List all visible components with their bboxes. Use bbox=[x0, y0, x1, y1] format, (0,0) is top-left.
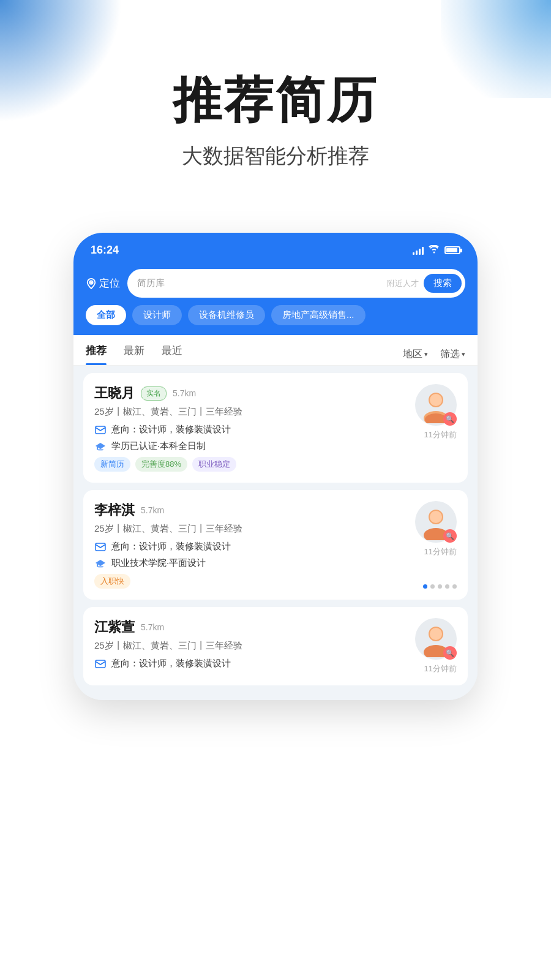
svg-point-1 bbox=[90, 281, 92, 284]
tag-stable-0: 职业稳定 bbox=[192, 457, 236, 472]
avatar-wrap-2: 🔍 bbox=[415, 618, 457, 660]
tab-recent[interactable]: 最近 bbox=[162, 344, 182, 365]
card-top-0: 王晓月 实名 5.7km 25岁丨椒江、黄岩、三门丨三年经验 意向：设计师，装修… bbox=[94, 384, 457, 472]
candidate-name-0: 王晓月 bbox=[94, 384, 135, 402]
filter-screen[interactable]: 筛选 ▾ bbox=[440, 348, 465, 361]
hat-icon-0 bbox=[94, 442, 107, 451]
signal-icon bbox=[413, 246, 424, 255]
location-button[interactable]: 定位 bbox=[86, 276, 120, 290]
search-bar[interactable]: 简历库 附近人才 搜索 bbox=[127, 269, 465, 298]
distance-1: 5.7km bbox=[141, 505, 164, 515]
card-tags-0: 新简历 完善度88% 职业稳定 bbox=[94, 457, 415, 472]
intention-row-2: 意向：设计师，装修装潢设计 bbox=[94, 658, 415, 669]
svg-point-4 bbox=[97, 448, 103, 450]
card-name-row-2: 江紫萱 5.7km bbox=[94, 618, 415, 636]
hero-section: 推荐简历 大数据智能分析推荐 bbox=[0, 0, 551, 170]
candidate-card-1[interactable]: 李梓淇 5.7km 25岁丨椒江、黄岩、三门丨三年经验 意向：设计师，装修装潢设… bbox=[83, 490, 468, 600]
card-left-0: 王晓月 实名 5.7km 25岁丨椒江、黄岩、三门丨三年经验 意向：设计师，装修… bbox=[94, 384, 415, 472]
filter-tag-1[interactable]: 设计师 bbox=[132, 305, 182, 325]
tag-fast-1: 入职快 bbox=[94, 574, 130, 589]
education-row-0: 学历已认证·本科全日制 bbox=[94, 440, 415, 452]
card-name-row-0: 王晓月 实名 5.7km bbox=[94, 384, 415, 402]
location-label: 定位 bbox=[99, 276, 120, 290]
card-left-1: 李梓淇 5.7km 25岁丨椒江、黄岩、三门丨三年经验 意向：设计师，装修装潢设… bbox=[94, 501, 415, 589]
card-info-0: 25岁丨椒江、黄岩、三门丨三年经验 bbox=[94, 406, 415, 418]
card-time-2: 11分钟前 bbox=[424, 663, 457, 674]
tab-bar: 推荐 最新 最近 地区 ▾ 筛选 ▾ bbox=[73, 335, 478, 366]
hat-icon-1 bbox=[94, 559, 107, 568]
wifi-icon bbox=[429, 245, 440, 255]
svg-rect-9 bbox=[96, 543, 105, 551]
avatar-wrap-0: 🔍 bbox=[415, 384, 457, 426]
card-time-0: 11分钟前 bbox=[424, 429, 457, 440]
avatar-badge-1: 🔍 bbox=[443, 529, 457, 543]
intention-text-2: 意向：设计师，装修装潢设计 bbox=[111, 658, 231, 669]
card-top-2: 江紫萱 5.7km 25岁丨椒江、黄岩、三门丨三年经验 意向：设计师，装修装潢设… bbox=[94, 618, 457, 674]
tag-complete-0: 完善度88% bbox=[135, 457, 187, 472]
candidate-name-1: 李梓淇 bbox=[94, 501, 135, 519]
status-bar: 16:24 bbox=[73, 233, 478, 263]
filter-tags: 全部 设计师 设备机维修员 房地产高级销售... bbox=[86, 305, 465, 325]
app-header: 定位 简历库 附近人才 搜索 全部 设计师 设备机维修员 房地产高级销售... bbox=[73, 263, 478, 335]
intention-text-0: 意向：设计师，装修装潢设计 bbox=[111, 424, 231, 435]
filter-region[interactable]: 地区 ▾ bbox=[403, 348, 428, 361]
status-time: 16:24 bbox=[91, 244, 119, 257]
tab-right-filters: 地区 ▾ 筛选 ▾ bbox=[403, 348, 465, 361]
filter-tag-3[interactable]: 房地产高级销售... bbox=[271, 305, 365, 325]
education-text-1: 职业技术学院·平面设计 bbox=[111, 557, 206, 569]
avatar-badge-2: 🔍 bbox=[443, 646, 457, 660]
intention-text-1: 意向：设计师，装修装潢设计 bbox=[111, 541, 231, 552]
card-info-1: 25岁丨椒江、黄岩、三门丨三年经验 bbox=[94, 523, 415, 535]
intention-row-1: 意向：设计师，装修装潢设计 bbox=[94, 541, 415, 552]
filter-tag-0[interactable]: 全部 bbox=[86, 305, 126, 325]
candidate-card-2[interactable]: 江紫萱 5.7km 25岁丨椒江、黄岩、三门丨三年经验 意向：设计师，装修装潢设… bbox=[83, 607, 468, 685]
education-text-0: 学历已认证·本科全日制 bbox=[111, 440, 206, 452]
card-info-2: 25岁丨椒江、黄岩、三门丨三年经验 bbox=[94, 640, 415, 652]
search-button[interactable]: 搜索 bbox=[424, 274, 462, 293]
card-avatar-col-1: 🔍 11分钟前 bbox=[415, 501, 457, 557]
hero-subtitle: 大数据智能分析推荐 bbox=[0, 142, 551, 170]
card-name-row-1: 李梓淇 5.7km bbox=[94, 501, 415, 519]
hero-title: 推荐简历 bbox=[0, 74, 551, 127]
svg-rect-2 bbox=[96, 426, 105, 434]
svg-point-7 bbox=[430, 394, 442, 406]
card-time-1: 11分钟前 bbox=[424, 546, 457, 557]
tab-recommend[interactable]: 推荐 bbox=[86, 344, 107, 365]
candidate-name-2: 江紫萱 bbox=[94, 618, 135, 636]
search-sub: 附近人才 bbox=[387, 278, 419, 289]
education-row-1: 职业技术学院·平面设计 bbox=[94, 557, 415, 569]
card-avatar-col-2: 🔍 11分钟前 bbox=[415, 618, 457, 674]
tag-new-0: 新简历 bbox=[94, 457, 130, 472]
card-left-2: 江紫萱 5.7km 25岁丨椒江、黄岩、三门丨三年经验 意向：设计师，装修装潢设… bbox=[94, 618, 415, 674]
search-placeholder: 简历库 bbox=[137, 277, 380, 289]
svg-point-14 bbox=[430, 511, 442, 523]
distance-0: 5.7km bbox=[173, 388, 196, 398]
svg-rect-15 bbox=[96, 660, 105, 668]
battery-icon bbox=[444, 246, 460, 254]
phone-mockup: 16:24 bbox=[73, 233, 478, 700]
search-row: 定位 简历库 附近人才 搜索 bbox=[86, 269, 465, 298]
card-avatar-col-0: 🔍 11分钟前 bbox=[415, 384, 457, 440]
verified-badge-0: 实名 bbox=[141, 386, 167, 401]
avatar-wrap-1: 🔍 bbox=[415, 501, 457, 543]
card-tags-1: 入职快 bbox=[94, 574, 415, 589]
candidate-card-0[interactable]: 王晓月 实名 5.7km 25岁丨椒江、黄岩、三门丨三年经验 意向：设计师，装修… bbox=[83, 373, 468, 483]
distance-2: 5.7km bbox=[141, 622, 164, 632]
pagination-dots-1 bbox=[423, 584, 457, 589]
envelope-icon-0 bbox=[94, 425, 107, 435]
filter-tag-2[interactable]: 设备机维修员 bbox=[188, 305, 265, 325]
location-icon bbox=[86, 278, 97, 289]
envelope-icon-1 bbox=[94, 542, 107, 552]
status-icons bbox=[413, 245, 460, 255]
envelope-icon-2 bbox=[94, 659, 107, 669]
tab-latest[interactable]: 最新 bbox=[124, 344, 144, 365]
avatar-badge-0: 🔍 bbox=[443, 412, 457, 426]
svg-point-11 bbox=[97, 565, 103, 567]
svg-point-18 bbox=[430, 628, 442, 640]
card-top-1: 李梓淇 5.7km 25岁丨椒江、黄岩、三门丨三年经验 意向：设计师，装修装潢设… bbox=[94, 501, 457, 589]
intention-row-0: 意向：设计师，装修装潢设计 bbox=[94, 424, 415, 435]
cards-area: 王晓月 实名 5.7km 25岁丨椒江、黄岩、三门丨三年经验 意向：设计师，装修… bbox=[73, 366, 478, 700]
